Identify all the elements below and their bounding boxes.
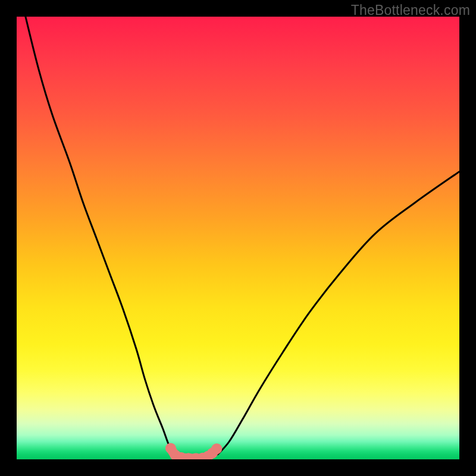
frame: TheBottleneck.com: [0, 0, 476, 476]
valley-marker-dot: [211, 443, 222, 454]
curve-right-branch: [218, 171, 459, 454]
curve-left-branch: [26, 17, 176, 455]
valley-marker-dots: [165, 443, 222, 459]
watermark-text: TheBottleneck.com: [351, 2, 470, 18]
plot-area: [17, 17, 459, 459]
chart-svg: [17, 17, 459, 459]
